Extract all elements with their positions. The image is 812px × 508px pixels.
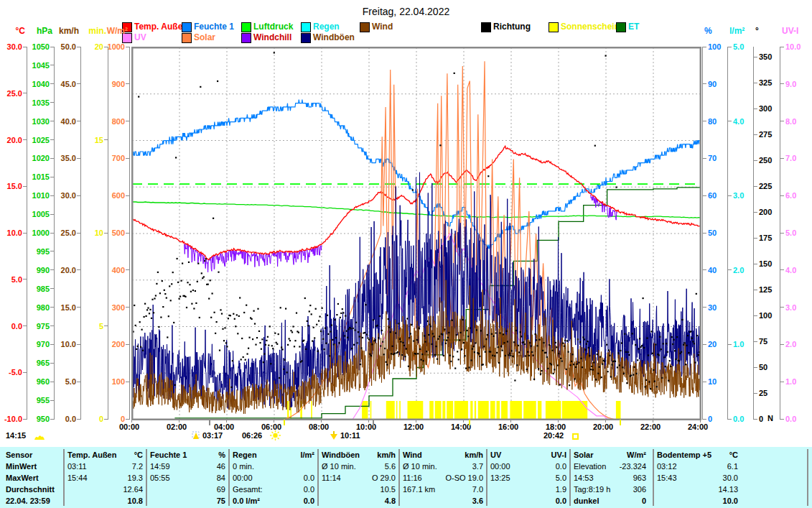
x-tick-label: 04:00 <box>214 423 234 431</box>
axis-tick <box>50 419 54 420</box>
axis-unit-label: UV-I <box>782 27 798 35</box>
axis-line-min <box>108 47 108 420</box>
x-tick-label: 08:00 <box>309 423 329 431</box>
axis-tick <box>703 83 706 84</box>
axis-tick-label: 20 <box>95 43 103 51</box>
axis-tick <box>50 288 54 289</box>
x-tick <box>321 420 322 422</box>
axis-tick <box>728 47 732 47</box>
axis-tick <box>50 307 54 308</box>
axis-tick-label: 25.0 <box>61 229 76 237</box>
axis-tick-label: 1045 <box>32 62 50 70</box>
event-tick <box>284 420 285 425</box>
x-tick <box>226 420 227 422</box>
axis-tick <box>703 419 706 420</box>
x-tick-label: 20:00 <box>593 423 613 431</box>
axis-tick <box>728 269 732 270</box>
axis-tick <box>728 419 732 420</box>
axis-tick-label: 30.0 <box>7 43 22 51</box>
axis-tick <box>77 158 80 159</box>
axis-tick <box>780 344 784 345</box>
axis-tick-label: -10.0 <box>4 415 22 423</box>
table-cell-value: 5.6 <box>334 462 396 471</box>
axis-tick-label: 5.0 <box>65 378 76 386</box>
table-cell-value: 10.5 <box>334 485 396 494</box>
axis-tick-label: 75 <box>759 338 767 346</box>
event-tick <box>620 420 621 425</box>
plot-area[interactable] <box>131 47 701 423</box>
axis-tick-label: 500 <box>112 229 125 237</box>
axis-tick <box>77 233 80 234</box>
axis-tick-label: 15.0 <box>61 304 76 312</box>
axis-tick <box>50 65 54 65</box>
table-cell-value: O-SO 19.0 <box>421 474 483 482</box>
axis-tick <box>754 83 757 83</box>
legend-label: Feuchte 1 <box>194 22 234 32</box>
legend-label: Wind <box>372 22 393 32</box>
weather-day-chart-window: Freitag, 22.04.2022 Temp. AußenFeuchte 1… <box>0 0 812 508</box>
axis-tick <box>754 212 757 213</box>
table-cell-value: 7.2 <box>81 462 143 471</box>
axis-tick-label: 980 <box>37 304 50 312</box>
axis-tick-label: 1020 <box>32 154 50 162</box>
x-tick <box>274 420 274 422</box>
axis-unit-label: % <box>704 27 712 35</box>
axis-tick <box>77 307 80 308</box>
axis-tick-label: 30 <box>708 304 717 312</box>
axis-tick <box>780 307 784 308</box>
axis-tick <box>77 83 80 84</box>
table-col-unit: UV-I <box>523 451 566 459</box>
axis-tick <box>50 121 54 121</box>
table-separator <box>653 449 654 506</box>
table-cell-value: 306 <box>584 485 646 494</box>
axis-tick <box>23 93 27 93</box>
axis-tick-label: 350 <box>759 53 772 61</box>
table-cell-value: -23.324 <box>584 462 646 471</box>
axis-tick <box>50 269 54 270</box>
axis-tick-label: 15 <box>95 137 103 144</box>
x-tick-label: 02:00 <box>167 423 187 431</box>
legend-swatch-wind <box>360 22 370 32</box>
axis-tick <box>50 251 54 251</box>
axis-tick <box>126 382 129 382</box>
axis-tick-label: 900 <box>112 80 125 88</box>
axis-tick <box>126 47 129 47</box>
axis-tick-label: 50 <box>759 364 767 371</box>
x-tick-label: 00:00 <box>119 423 139 431</box>
axis-tick <box>104 419 108 420</box>
table-col-unit: l/m² <box>271 451 314 459</box>
table-cell-value: 12.64 <box>81 485 143 494</box>
axis-tick-label: 20.0 <box>61 267 76 274</box>
table-col-unit: km/h <box>440 451 483 459</box>
axis-line-hPa <box>54 47 55 420</box>
axis-tick-label: 8.0 <box>785 118 796 126</box>
table-col-unit: W/m² <box>603 451 646 459</box>
table-cell-value: 84 <box>164 474 225 482</box>
table-col-unit: % <box>182 451 225 459</box>
table-separator <box>807 449 808 506</box>
axis-tick <box>50 195 54 196</box>
marker-time: 20:42 <box>543 431 564 440</box>
axis-tick <box>50 400 54 401</box>
axis-tick <box>754 393 757 394</box>
x-tick-label: 14:00 <box>451 423 471 431</box>
axis-tick-label: 100 <box>759 312 772 320</box>
axis-line-% <box>702 47 703 420</box>
axis-tick-label: 1010 <box>32 192 50 200</box>
axis-tick <box>126 121 129 121</box>
table-cell-value: 14.13 <box>676 485 738 494</box>
axis-tick-label: 1035 <box>32 99 50 107</box>
axis-tick-label: 15.0 <box>7 183 22 190</box>
axis-tick-label: 960 <box>37 378 50 386</box>
axis-tick-label: 985 <box>37 285 50 293</box>
x-tick <box>131 420 132 422</box>
legend-swatch-et <box>616 22 626 32</box>
axis-tick-label: 9.0 <box>785 80 796 88</box>
axis-tick <box>703 195 706 196</box>
x-tick <box>416 420 416 422</box>
x-tick <box>179 420 179 422</box>
axis-tick <box>754 419 757 420</box>
table-cell-value: 0.0 <box>505 497 566 505</box>
table-cell-time: 15:43 <box>657 474 677 482</box>
axis-line-Wm <box>129 47 130 420</box>
